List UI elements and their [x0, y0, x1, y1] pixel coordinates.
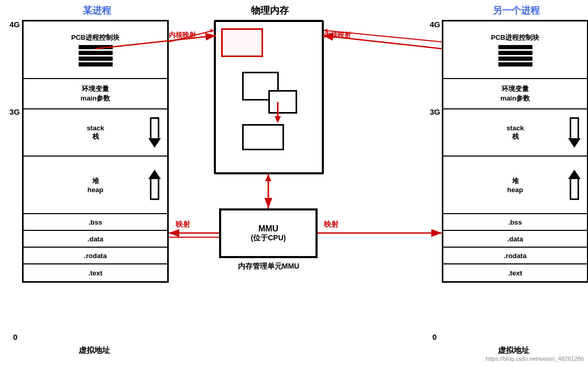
- right-pcb-label: PCB进程控制块: [491, 33, 539, 42]
- right-text-label: .text: [508, 269, 522, 277]
- phys-mem-title: 物理内存: [215, 4, 325, 17]
- left-process-title: 某进程: [24, 4, 170, 17]
- left-seg-env: 环境变量main参数: [24, 79, 167, 109]
- right-rodata-label: .rodata: [504, 252, 526, 260]
- right-stack-label: stack栈: [506, 124, 524, 141]
- right-pcb-line3: [498, 57, 532, 61]
- right-seg-rodata: .rodata: [443, 248, 587, 264]
- left-seg-heap: 堆heap: [24, 157, 167, 214]
- mmu-box: MMU (位于CPU): [219, 208, 318, 258]
- mmu-bottom-label: 内存管理单元MMU: [204, 262, 333, 271]
- left-pcb-label: PCB进程控制块: [71, 33, 119, 42]
- kernel-map-left-label: 内核映射: [169, 30, 196, 40]
- svg-marker-8: [210, 29, 214, 32]
- pcb-line3: [79, 57, 113, 61]
- right-memory-stack: PCB进程控制块 环境变量main参数 stack栈 堆heap: [442, 20, 588, 283]
- right-seg-stack: stack栈: [443, 109, 587, 157]
- left-stack-label: stack栈: [86, 124, 104, 141]
- svg-marker-14: [265, 174, 271, 181]
- pcb-line1: [79, 45, 113, 49]
- right-label-0: 0: [432, 332, 437, 341]
- right-virtual-addr: 虚拟地址: [461, 346, 566, 356]
- right-label-4g: 4G: [430, 20, 440, 29]
- diagram: 某进程 另一个进程 物理内存 4G 3G 0 虚拟地址 4G 3G 0 虚拟地址…: [0, 0, 588, 366]
- mmu-label1: MMU: [258, 224, 278, 234]
- left-stack-arrow: [148, 117, 161, 148]
- right-bss-label: .bss: [508, 218, 522, 226]
- right-seg-env: 环境变量main参数: [443, 79, 587, 109]
- left-rodata-label: .rodata: [84, 252, 106, 260]
- left-virtual-addr: 虚拟地址: [42, 346, 147, 356]
- left-env-label: 环境变量main参数: [81, 84, 110, 103]
- left-label-3g: 3G: [9, 107, 20, 116]
- physical-memory-box: [214, 20, 324, 174]
- right-seg-pcb: PCB进程控制块: [443, 21, 587, 79]
- pcb-line4: [79, 62, 113, 66]
- map-right-label: 映射: [324, 220, 339, 229]
- right-seg-data: .data: [443, 231, 587, 248]
- right-heap-label: 堆heap: [507, 176, 523, 194]
- right-pcb-line4: [498, 62, 532, 66]
- left-pcb-lines: [79, 45, 113, 66]
- left-label-4g: 4G: [9, 20, 20, 29]
- phys-page-box3: [242, 124, 284, 150]
- left-data-label: .data: [88, 235, 103, 243]
- left-seg-pcb: PCB进程控制块: [24, 21, 167, 79]
- right-process-title: 另一个进程: [443, 4, 588, 17]
- right-pcb-line1: [498, 45, 532, 49]
- right-pcb-line2: [498, 51, 532, 55]
- left-label-0: 0: [13, 332, 17, 341]
- right-pcb-lines: [498, 45, 532, 66]
- left-memory-stack: PCB进程控制块 环境变量main参数 stack栈 堆heap: [22, 20, 169, 283]
- right-seg-text: .text: [443, 264, 587, 281]
- left-seg-text: .text: [24, 264, 167, 281]
- phys-page-box2: [268, 90, 297, 114]
- right-env-label: 环境变量main参数: [500, 84, 530, 103]
- left-seg-rodata: .rodata: [24, 248, 167, 264]
- left-seg-stack: stack栈: [24, 109, 167, 157]
- right-seg-bss: .bss: [443, 214, 587, 231]
- pcb-line2: [79, 51, 113, 55]
- left-text-label: .text: [89, 269, 103, 277]
- map-left-label: 映射: [176, 220, 190, 229]
- kernel-map-right-label: 内核映射: [324, 30, 351, 40]
- left-seg-data: .data: [24, 231, 167, 248]
- right-label-3g: 3G: [430, 107, 440, 116]
- left-heap-arrow: [148, 170, 161, 200]
- right-stack-arrow: [568, 117, 581, 148]
- right-seg-heap: 堆heap: [443, 157, 587, 214]
- phys-highlight-box: [221, 28, 263, 57]
- left-seg-bss: .bss: [24, 214, 167, 231]
- watermark: https://blog.csdn.net/weixin_48261286: [486, 356, 584, 362]
- left-heap-label: 堆heap: [88, 176, 103, 194]
- left-bss-label: .bss: [89, 218, 102, 226]
- right-data-label: .data: [507, 235, 523, 243]
- right-heap-arrow: [568, 170, 581, 200]
- mmu-label2: (位于CPU): [251, 234, 286, 243]
